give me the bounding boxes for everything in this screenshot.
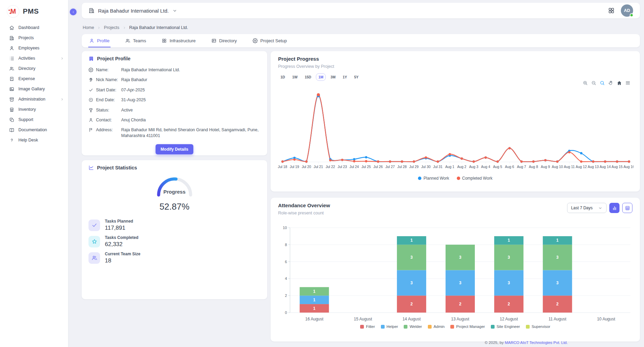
sidebar-item-administration[interactable]: Administration [0,94,68,104]
field-label: End Date: [96,97,121,103]
sidebar-item-directory[interactable]: Directory [0,63,68,74]
tab-teams[interactable]: Teams [125,34,146,47]
svg-text:Aug 6: Aug 6 [505,165,514,169]
toolbar-menu-button[interactable] [625,80,630,86]
table-icon [625,206,630,211]
company-selector[interactable]: Raja Bahadur International Ltd. [88,7,177,14]
sidebar-item-documentation[interactable]: Documentation [0,125,68,135]
toolbar-home-solid-button[interactable] [617,80,622,86]
chevron-left-icon [71,10,75,14]
grid-icon [162,38,167,43]
stat-tasks-planned: Tasks Planned 117,891 [88,219,133,231]
legend-project-manager[interactable]: Project Manager [450,325,485,329]
statistics-card-title: Project Statistics [88,165,260,170]
sidebar-item-help-desk[interactable]: Help Desk [0,135,68,145]
range-button-1y[interactable]: 1Y [340,73,350,81]
svg-text:2: 2 [459,302,462,306]
svg-text:Jul 20: Jul 20 [302,165,311,169]
building-icon [88,56,94,61]
legend-planned-work[interactable]: Planned Work [418,176,449,181]
sidebar-collapse-button[interactable] [69,7,78,16]
sidebar-item-dashboard[interactable]: Dashboard [0,22,68,33]
legend-admin[interactable]: Admin [428,325,445,329]
range-button-1d[interactable]: 1D [278,73,287,81]
progress-gauge [152,174,197,198]
sidebar-item-label: Support [18,117,33,122]
zoom-out-icon [591,80,596,86]
legend-supervisor[interactable]: Supervisor [526,325,550,329]
top-header: Raja Bahadur International Ltd. AD [82,3,640,18]
person-icon [88,118,93,122]
legend-helper[interactable]: Helper [381,325,398,329]
breadcrumb-item-home[interactable]: Home [83,25,94,30]
sidebar-menu: Dashboard Projects Employees Activities … [0,22,68,145]
profile-field-name-: Name: Raja Bahadur International Ltd. [88,67,260,73]
sidebar-item-label: Dashboard [18,25,39,30]
range-button-1m[interactable]: 1M [316,73,326,81]
header-actions: AD [608,4,633,17]
legend-fitter[interactable]: Fitter [360,325,375,329]
legend-completed-work[interactable]: Completed Work [457,176,493,181]
legend-site-engineer[interactable]: Site Engineer [491,325,520,329]
range-button-15d[interactable]: 15D [302,73,313,81]
sidebar-item-support[interactable]: Support [0,115,68,125]
person-icon [89,38,94,43]
toolbar-search-button[interactable] [600,80,605,86]
app-logo[interactable]: M PMS [0,0,68,18]
apps-grid-button[interactable] [608,7,615,14]
range-button-1w[interactable]: 1W [290,73,300,81]
building-icon [9,35,14,41]
tab-project-setup[interactable]: Project Setup [253,34,287,47]
copy-icon [9,117,14,122]
modify-details-button[interactable]: Modify Details [156,144,193,154]
tab-profile[interactable]: Profile [89,34,110,47]
attendance-table-view-button[interactable] [622,203,632,213]
tab-infrastructure[interactable]: Infrastructure [162,34,196,47]
toolbar-hand-button[interactable] [608,80,613,86]
svg-text:15 August: 15 August [354,317,372,321]
sidebar-item-activities[interactable]: Activities [0,53,68,63]
svg-text:Aug 3: Aug 3 [469,165,478,169]
sidebar-item-label: Projects [18,35,34,40]
svg-text:1: 1 [508,238,510,243]
stat-tasks-completed: Tasks Completed 62,332 [88,235,138,248]
tab-bar: Profile Teams Infrastructure Directory P… [82,34,640,47]
series-line-planned-work [283,96,629,162]
sidebar-item-label: Inventory [18,107,36,112]
online-status-dot [630,13,633,17]
svg-text:3: 3 [556,255,559,260]
gauge-label: Progress [152,189,197,195]
sidebar-item-projects[interactable]: Projects [0,33,68,43]
profile-field-start-date-: Start Date: 07-Apr-2025 [88,87,260,93]
footer-company-link[interactable]: MARCO AIoT Technologies Pvt. Ltd. [505,341,568,345]
range-button-3m[interactable]: 3M [328,73,338,81]
chevron-right-icon [123,26,126,30]
tab-directory[interactable]: Directory [211,34,237,47]
user-avatar[interactable]: AD [621,4,633,17]
toolbar-zoom-in-button[interactable] [583,80,588,86]
sidebar-item-expense[interactable]: Expense [0,74,68,84]
attendance-chart-view-button[interactable] [609,203,619,213]
image-icon [9,87,14,92]
svg-text:12 August: 12 August [500,317,518,321]
attendance-bar-chart[interactable]: 024681016 August11115 August14 August233… [276,226,633,328]
svg-text:Aug 12: Aug 12 [576,165,587,169]
sidebar-item-image-gallary[interactable]: Image Gallary [0,84,68,94]
trophy-icon [88,108,93,112]
legend-welder[interactable]: Welder [404,325,422,329]
sidebar-item-employees[interactable]: Employees [0,43,68,53]
svg-text:Jul 30: Jul 30 [421,165,431,169]
project-progress-chart[interactable]: Jul 18Jul 19Jul 20Jul 21Jul 22Jul 23Jul … [276,89,633,173]
circle-dot-icon [88,97,93,102]
breadcrumb-item-projects[interactable]: Projects [104,25,119,30]
time-range-selector: 1D1W15D1M3M1Y5Y [278,73,632,81]
svg-text:2: 2 [556,302,559,306]
svg-text:3: 3 [410,255,413,260]
sidebar-item-inventory[interactable]: Inventory [0,104,68,115]
toolbar-zoom-out-button[interactable] [591,80,596,86]
profile-field-contact-: Contact: Anuj Chordia [88,117,260,123]
people-icon [92,255,97,261]
range-button-5y[interactable]: 5Y [352,73,361,81]
svg-text:Aug 10: Aug 10 [552,165,563,169]
attendance-range-select[interactable]: Last 7 Days [567,203,607,213]
